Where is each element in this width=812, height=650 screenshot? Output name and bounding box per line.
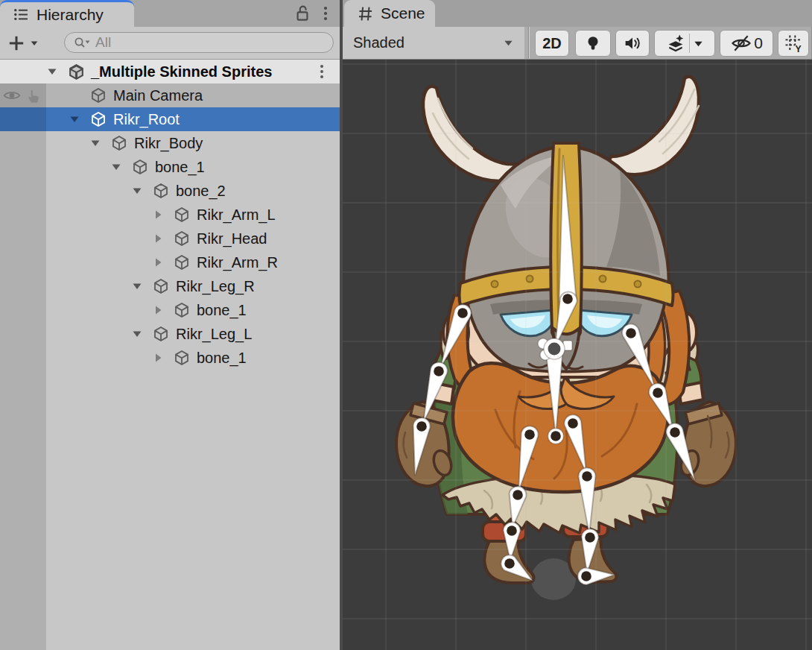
scene-viewport-canvas[interactable]	[343, 60, 812, 650]
row-label: Rikr_Leg_L	[176, 322, 252, 346]
search-input[interactable]: All	[64, 32, 334, 53]
hierarchy-row-bone-1[interactable]: bone_1	[0, 346, 340, 370]
row-kebab-icon[interactable]	[316, 62, 328, 81]
pickability-hand-icon[interactable]	[25, 86, 44, 105]
tab-scene[interactable]: Scene	[344, 0, 435, 27]
joint-dot-arm-l-hand[interactable]	[416, 421, 427, 432]
collapse-arrow-icon[interactable]	[152, 256, 164, 268]
draw-mode-dropdown[interactable]: Shaded	[343, 27, 524, 59]
joint-dot-leg-r-ankle[interactable]	[585, 532, 595, 543]
collapse-arrow-icon[interactable]	[152, 233, 164, 244]
gameobject-cube-icon	[173, 253, 191, 271]
grid-axis-icon: Y	[783, 33, 804, 54]
draw-mode-label: Shaded	[353, 34, 405, 51]
expand-arrow-icon[interactable]	[110, 161, 122, 173]
gameobject-cube-icon	[173, 301, 191, 319]
search-placeholder: All	[95, 34, 111, 51]
gameobject-cube-icon	[152, 277, 170, 295]
hierarchy-row-rikr-leg-r[interactable]: Rikr_Leg_R	[0, 274, 340, 298]
row-label: Rikr_Head	[197, 227, 267, 250]
gameobject-cube-icon	[131, 158, 149, 176]
hierarchy-row-rikr-root[interactable]: Rikr_Root	[0, 107, 340, 131]
hidden-count: 0	[754, 34, 763, 52]
effects-layers-icon	[665, 33, 686, 54]
expand-arrow-icon[interactable]	[131, 328, 143, 340]
hierarchy-row-bone-2[interactable]: bone_2	[0, 179, 340, 203]
hierarchy-row-rikr-arm-l[interactable]: Rikr_Arm_L	[0, 203, 340, 227]
expand-arrow-icon[interactable]	[131, 185, 143, 197]
horn-right	[609, 77, 699, 175]
joint-dot-leg-r-foot[interactable]	[581, 571, 591, 581]
hierarchy-tree: _Multiple Skinned SpritesMain CameraRikr…	[0, 60, 340, 650]
scene-audio-button[interactable]	[615, 30, 650, 57]
hierarchy-row-rikr-head[interactable]: Rikr_Head	[0, 227, 340, 250]
hierarchy-row-rikr-arm-r[interactable]: Rikr_Arm_R	[0, 250, 340, 274]
scene-grid-icon	[356, 4, 375, 23]
row-label: Rikr_Body	[134, 131, 203, 155]
chevron-down-icon	[503, 37, 514, 48]
row-label: Rikr_Leg_R	[176, 274, 255, 298]
hierarchy-list-icon	[12, 5, 31, 24]
scene-tab-label: Scene	[381, 4, 425, 22]
expand-arrow-icon[interactable]	[131, 280, 143, 292]
row-label: Rikr_Arm_R	[197, 250, 278, 274]
hierarchy-row-bone-1[interactable]: bone_1	[0, 298, 340, 322]
hierarchy-panel: Hierarchy	[0, 0, 340, 650]
tab-hierarchy[interactable]: Hierarchy	[0, 0, 134, 27]
expand-arrow-icon[interactable]	[69, 113, 80, 125]
joint-dot-leg-r-shin[interactable]	[582, 471, 592, 482]
collapse-arrow-icon[interactable]	[152, 209, 164, 221]
expand-arrow-icon[interactable]	[46, 66, 58, 78]
effects-dropdown-chevron-icon[interactable]	[693, 38, 704, 49]
collapse-arrow-icon[interactable]	[152, 304, 164, 316]
hierarchy-row-rikr-body[interactable]: Rikr_Body	[0, 131, 340, 155]
gameobject-cube-icon	[173, 349, 191, 367]
scene-effects-button[interactable]	[654, 30, 715, 57]
scene-visibility-button[interactable]: 0	[720, 30, 773, 57]
lock-icon[interactable]	[292, 2, 313, 25]
joint-dot-arm-l-upper[interactable]	[457, 308, 468, 318]
visibility-eye-icon[interactable]	[2, 86, 22, 105]
joint-dot-leg-l-shin[interactable]	[513, 490, 523, 500]
joint-dot-leg-l-thigh[interactable]	[524, 429, 535, 440]
search-icon	[72, 34, 92, 51]
joint-dot-leg-l-foot[interactable]	[504, 558, 515, 569]
scene-viewport[interactable]	[343, 60, 812, 650]
scene-grid-settings-button[interactable]: Y	[778, 30, 809, 57]
hierarchy-row-bone-1[interactable]: bone_1	[0, 155, 340, 179]
gameobject-cube-icon	[89, 86, 107, 104]
hierarchy-tab-label: Hierarchy	[37, 6, 104, 24]
toolbar-separator	[528, 27, 529, 59]
gameobject-cube-icon	[89, 110, 107, 128]
collapse-arrow-icon[interactable]	[152, 352, 164, 364]
hierarchy-row-multiple-skinned-sprites[interactable]: _Multiple Skinned Sprites	[0, 60, 340, 83]
joint-dot-leg-l-ankle[interactable]	[507, 526, 517, 536]
expand-arrow-icon[interactable]	[89, 137, 101, 149]
panel-menu-kebab-icon[interactable]	[319, 2, 332, 25]
scene-toolbar: Shaded 2D	[343, 27, 812, 60]
gameobject-cube-icon	[152, 182, 170, 200]
row-label: Rikr_Root	[113, 107, 180, 131]
joint-dot-arm-r-upper[interactable]	[626, 328, 636, 338]
scene-panel: Scene Shaded 2D	[343, 0, 812, 650]
row-label: bone_1	[155, 155, 205, 179]
joint-dot-leg-r-thigh[interactable]	[568, 418, 578, 429]
row-label: bone_1	[197, 298, 247, 322]
lightbulb-icon	[583, 33, 603, 54]
joint-dot-head[interactable]	[562, 294, 573, 304]
toggle-2d-button[interactable]: 2D	[535, 30, 569, 57]
hierarchy-row-main-camera[interactable]: Main Camera	[0, 83, 340, 107]
unity-editor-window: Hierarchy	[0, 0, 812, 650]
joint-dot-arm-r-lower[interactable]	[653, 388, 663, 398]
hierarchy-row-rikr-leg-l[interactable]: Rikr_Leg_L	[0, 322, 340, 346]
joint-dot-arm-r-hand[interactable]	[670, 427, 680, 438]
joint-dot-torso-tip[interactable]	[551, 431, 561, 441]
joint-dot-arm-l-lower[interactable]	[434, 366, 444, 376]
row-label: bone_1	[197, 346, 247, 370]
root-bone-joint-dot	[548, 343, 561, 356]
scene-lighting-button[interactable]	[575, 30, 611, 57]
button-divider	[689, 34, 690, 53]
scene-tabbar: Scene	[343, 0, 812, 28]
gameobject-cube-icon	[173, 206, 191, 224]
add-gameobject-button[interactable]	[6, 33, 39, 54]
